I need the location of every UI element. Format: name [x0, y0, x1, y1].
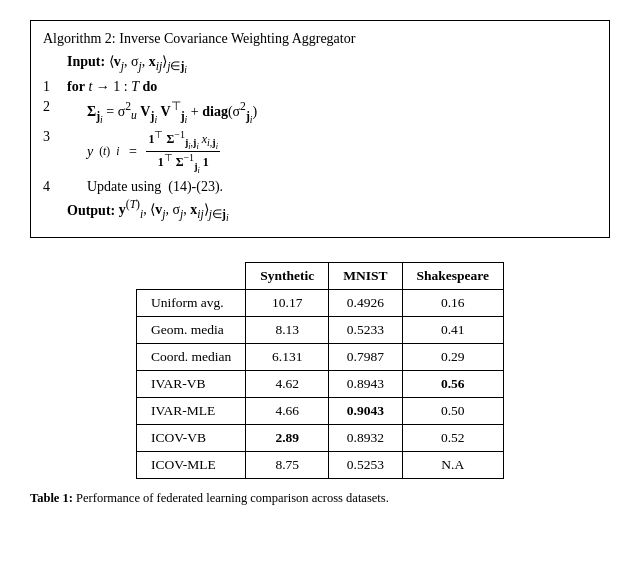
- input-content: Input: ⟨vj, σj, xij⟩j∈ji: [67, 53, 597, 75]
- col-header-empty: [136, 263, 245, 290]
- row-label: Uniform avg.: [136, 290, 245, 317]
- cell-mnist: 0.9043: [329, 398, 402, 425]
- row-label: ICOV-VB: [136, 425, 245, 452]
- line-1-content: for t → 1 : T do: [67, 79, 597, 95]
- row-label: Geom. media: [136, 317, 245, 344]
- cell-mnist: 0.8932: [329, 425, 402, 452]
- algorithm-title: Algorithm 2: Inverse Covariance Weightin…: [43, 31, 597, 47]
- results-table: Synthetic MNIST Shakespeare Uniform avg.…: [136, 262, 504, 479]
- cell-shakespeare: N.A: [402, 452, 504, 479]
- table-header-row: Synthetic MNIST Shakespeare: [136, 263, 503, 290]
- table-wrapper: Synthetic MNIST Shakespeare Uniform avg.…: [30, 262, 610, 479]
- input-label: Input:: [67, 54, 109, 69]
- table-row: ICOV-VB2.890.89320.52: [136, 425, 503, 452]
- cell-mnist: 0.7987: [329, 344, 402, 371]
- table-row: IVAR-VB4.620.89430.56: [136, 371, 503, 398]
- table-row: Uniform avg.10.170.49260.16: [136, 290, 503, 317]
- output-math: y(T)i, ⟨vj, σj, xij⟩j∈ji: [119, 202, 229, 217]
- input-line: Input: ⟨vj, σj, xij⟩j∈ji: [43, 53, 597, 75]
- fraction-denominator: 1⊤ Σ−1ji 1: [156, 152, 211, 174]
- table-row: ICOV-MLE8.750.5253N.A: [136, 452, 503, 479]
- cell-synthetic: 2.89: [246, 425, 329, 452]
- line-num-4: 4: [43, 179, 57, 195]
- cell-synthetic: 8.75: [246, 452, 329, 479]
- cell-synthetic: 4.62: [246, 371, 329, 398]
- algorithm-title-bold: Algorithm 2:: [43, 31, 116, 46]
- cell-synthetic: 4.66: [246, 398, 329, 425]
- cell-shakespeare: 0.56: [402, 371, 504, 398]
- row-label: ICOV-MLE: [136, 452, 245, 479]
- cell-mnist: 0.8943: [329, 371, 402, 398]
- row-label: Coord. median: [136, 344, 245, 371]
- line-3-content: y(t)i = 1⊤ Σ−1ji,ji xi,ji 1⊤ Σ−1ji 1: [67, 129, 597, 175]
- line-num-3: 3: [43, 129, 57, 145]
- cell-mnist: 0.5233: [329, 317, 402, 344]
- line-num-1: 1: [43, 79, 57, 95]
- table-row: Geom. media8.130.52330.41: [136, 317, 503, 344]
- input-math: ⟨vj, σj, xij⟩j∈ji: [109, 54, 187, 69]
- cell-shakespeare: 0.50: [402, 398, 504, 425]
- cell-synthetic: 8.13: [246, 317, 329, 344]
- cell-mnist: 0.4926: [329, 290, 402, 317]
- table-row: Coord. median6.1310.79870.29: [136, 344, 503, 371]
- caption-label: Table 1:: [30, 491, 73, 505]
- output-content: Output: y(T)i, ⟨vj, σj, xij⟩j∈ji: [67, 199, 597, 224]
- line-4-content: Update using (14)-(23).: [67, 179, 597, 195]
- cell-synthetic: 10.17: [246, 290, 329, 317]
- algorithm-title-normal: Inverse Covariance Weighting Aggregator: [119, 31, 355, 46]
- cell-shakespeare: 0.41: [402, 317, 504, 344]
- table-row: IVAR-MLE4.660.90430.50: [136, 398, 503, 425]
- line-2-content: Σji = σ2u Vji V⊤ji + diag(σ2ji): [67, 99, 597, 125]
- algorithm-box: Algorithm 2: Inverse Covariance Weightin…: [30, 20, 610, 238]
- cell-synthetic: 6.131: [246, 344, 329, 371]
- row-label: IVAR-VB: [136, 371, 245, 398]
- output-line: Output: y(T)i, ⟨vj, σj, xij⟩j∈ji: [43, 199, 597, 224]
- cell-shakespeare: 0.52: [402, 425, 504, 452]
- caption-text: Performance of federated learning compar…: [76, 491, 389, 505]
- table-caption: Table 1: Performance of federated learni…: [30, 491, 610, 506]
- col-header-synthetic: Synthetic: [246, 263, 329, 290]
- cell-shakespeare: 0.16: [402, 290, 504, 317]
- cell-mnist: 0.5253: [329, 452, 402, 479]
- line-num-2: 2: [43, 99, 57, 115]
- line-2: 2 Σji = σ2u Vji V⊤ji + diag(σ2ji): [43, 99, 597, 125]
- row-label: IVAR-MLE: [136, 398, 245, 425]
- fraction-numerator: 1⊤ Σ−1ji,ji xi,ji: [146, 129, 220, 152]
- cell-shakespeare: 0.29: [402, 344, 504, 371]
- line-1: 1 for t → 1 : T do: [43, 79, 597, 95]
- line-4: 4 Update using (14)-(23).: [43, 179, 597, 195]
- line-3: 3 y(t)i = 1⊤ Σ−1ji,ji xi,ji 1⊤ Σ−1ji 1: [43, 129, 597, 175]
- col-header-mnist: MNIST: [329, 263, 402, 290]
- col-header-shakespeare: Shakespeare: [402, 263, 504, 290]
- output-label: Output:: [67, 202, 119, 217]
- formula-fraction: 1⊤ Σ−1ji,ji xi,ji 1⊤ Σ−1ji 1: [146, 129, 220, 175]
